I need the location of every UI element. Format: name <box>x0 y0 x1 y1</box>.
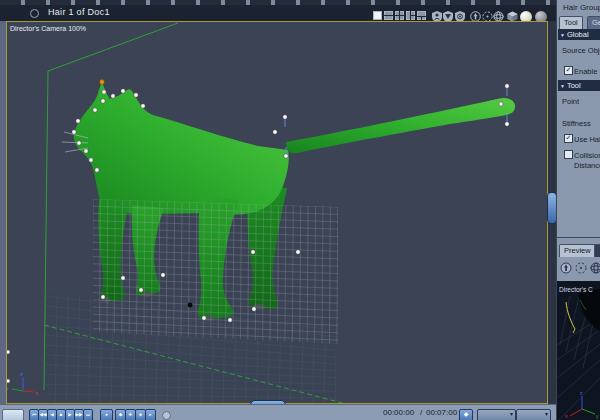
preview-gizmo-x-label: x <box>565 413 568 419</box>
control-point[interactable] <box>72 130 76 134</box>
control-point[interactable] <box>499 102 503 106</box>
hotpoint[interactable] <box>188 303 193 308</box>
viewport-title-bar[interactable]: Hair 1 of Doc1 <box>0 5 556 21</box>
application-window: Hair 1 of Doc1 Director's Camera 100% <box>0 0 600 420</box>
preview-canvas[interactable]: z x y Director's C <box>557 281 600 420</box>
control-point[interactable] <box>139 288 143 292</box>
control-point[interactable] <box>141 104 145 108</box>
control-point[interactable] <box>121 276 125 280</box>
collapse-triangle-icon: ▼ <box>560 83 565 89</box>
use-hair-label: Use Hair <box>574 135 600 144</box>
control-point[interactable] <box>93 108 97 112</box>
control-point[interactable] <box>252 307 256 311</box>
panel-header: Hair Group <box>563 3 600 12</box>
control-point[interactable] <box>101 295 105 299</box>
preview-dolly-icon[interactable] <box>560 262 572 274</box>
source-object-label: Source Obje <box>562 46 600 55</box>
control-point[interactable] <box>284 154 288 158</box>
timeline-bar: ⏮ ◀◀ ◀ ■ ▶ ▶▶ ⏭ ● ◆ ✚ ◈ ▸ 00:00:00 / 00:… <box>0 404 556 420</box>
control-point[interactable] <box>76 119 80 123</box>
control-point[interactable] <box>251 250 255 254</box>
control-point[interactable] <box>273 130 277 134</box>
gizmo-z-label: z <box>20 371 23 377</box>
loop-button[interactable]: ● <box>100 409 113 420</box>
tab-preview[interactable]: Preview <box>559 244 596 257</box>
preview-axis-gizmo: z x y <box>565 390 599 419</box>
section-tool[interactable]: ▼Tool <box>558 80 600 91</box>
collision-distance-label: Distance <box>574 161 600 170</box>
control-point[interactable] <box>121 89 125 93</box>
layout-two-pane-icon[interactable] <box>384 11 393 20</box>
preview-camera-label: Director's C <box>559 286 593 293</box>
current-time[interactable]: 00:00:00 <box>383 408 414 417</box>
use-hair-checkbox[interactable]: ✓ <box>564 134 573 143</box>
control-point[interactable] <box>89 158 93 162</box>
enable-label: Enable Sy <box>574 67 600 76</box>
control-point[interactable] <box>134 93 138 97</box>
control-point[interactable] <box>283 115 287 119</box>
time-unit-dropdown[interactable]: ▾ <box>477 409 516 420</box>
enable-checkbox[interactable]: ✓ <box>564 66 573 75</box>
checkmark-icon: ✓ <box>566 66 572 73</box>
preview-gizmo-z-label: z <box>580 390 583 396</box>
layout-mixed-pane-icon[interactable] <box>417 11 426 20</box>
collision-checkbox[interactable] <box>564 150 573 159</box>
gizmo-y-label: y <box>7 386 8 392</box>
edge-control-point[interactable] <box>7 379 10 383</box>
control-point[interactable] <box>505 84 509 88</box>
checkmark-icon: ✓ <box>566 134 572 141</box>
preview-guide-curve <box>566 302 575 333</box>
control-point[interactable] <box>228 318 232 322</box>
control-point[interactable] <box>202 316 206 320</box>
layout-four-pane-icon[interactable] <box>395 11 404 20</box>
control-point[interactable] <box>101 99 105 103</box>
keyframe-next-button[interactable]: ▸ <box>145 409 156 420</box>
axis-gizmo: z x y <box>7 371 38 396</box>
layout-three-pane-icon[interactable] <box>406 11 415 20</box>
control-point[interactable] <box>296 250 300 254</box>
control-point[interactable] <box>505 122 509 126</box>
timeline-mode-button[interactable] <box>2 409 24 420</box>
frame-rate-dropdown[interactable]: ▾ <box>516 409 551 420</box>
window-title: Hair 1 of Doc1 <box>48 7 110 17</box>
point-label: Point <box>562 97 579 106</box>
keyframe-flag-button[interactable]: ◆ <box>459 409 473 420</box>
preview-rotate-icon[interactable] <box>575 262 587 274</box>
preview-gizmo-y-label: y <box>596 413 599 419</box>
edge-control-point[interactable] <box>7 350 10 354</box>
status-dot-icon <box>162 411 171 420</box>
preview-trackball-icon[interactable] <box>590 262 600 274</box>
control-point[interactable] <box>102 90 106 94</box>
main-3d-viewport[interactable]: Director's Camera 100% <box>6 21 548 404</box>
preview-viewport[interactable]: z x y Director's C <box>557 281 600 420</box>
end-time[interactable]: 00:07:00 <box>426 408 457 417</box>
transport-jump-end-button[interactable]: ⏭ <box>83 409 93 420</box>
tab-partial[interactable] <box>594 244 600 257</box>
layout-single-pane-icon[interactable] <box>373 11 382 20</box>
section-global[interactable]: ▼Global <box>558 29 600 40</box>
control-point[interactable] <box>161 273 165 277</box>
time-separator: / <box>420 408 422 417</box>
stiffness-label: Stiffness <box>562 119 591 128</box>
viewport-canvas[interactable]: z x y <box>7 22 547 403</box>
control-point[interactable] <box>84 149 88 153</box>
collision-label: Collision <box>574 151 600 160</box>
collapse-triangle-icon: ▼ <box>560 32 565 38</box>
tab-tool[interactable]: Tool <box>559 16 583 29</box>
window-dot-icon <box>30 9 39 18</box>
cat-tail[interactable] <box>286 98 515 153</box>
selected-control-point[interactable] <box>100 80 105 85</box>
control-point[interactable] <box>111 94 115 98</box>
tab-general-partial[interactable]: Ge <box>587 16 600 29</box>
panel-separator <box>557 237 600 238</box>
control-point[interactable] <box>95 168 99 172</box>
gizmo-x-label: x <box>35 390 38 396</box>
control-point[interactable] <box>77 141 81 145</box>
